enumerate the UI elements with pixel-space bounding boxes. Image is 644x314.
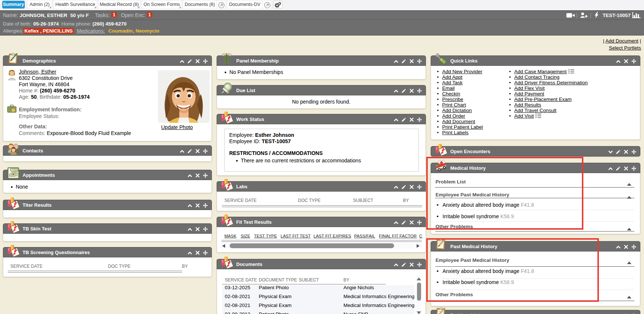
svg-text:MAY: MAY xyxy=(11,168,18,172)
